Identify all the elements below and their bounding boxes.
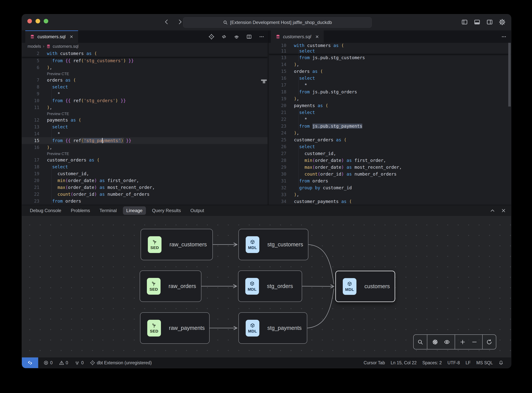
code-line-13[interactable]: 13 select [22,123,268,130]
status-item-cursor-tab[interactable]: Cursor Tab [364,360,385,365]
code-line-26[interactable]: 26 select [269,143,511,150]
code-line-10[interactable]: 10 from {{ ref('stg_orders') }} [22,97,268,104]
preview-eye-icon[interactable] [233,33,240,40]
status-item-ms-sql[interactable]: MS SQL [476,360,493,365]
eye-icon[interactable] [443,338,451,346]
remote-indicator[interactable] [22,357,38,368]
search-icon[interactable] [416,338,424,346]
code-line-34[interactable]: 34customer_payments as ( [269,198,511,205]
code-line-12[interactable]: 12payments as ( [22,117,268,123]
scrollbar-thumb[interactable] [508,43,511,107]
status-item-spaces-2[interactable]: Spaces: 2 [422,360,442,365]
toggle-sidebar-icon[interactable] [460,18,469,26]
maximize-window-button[interactable] [44,19,48,23]
refresh-icon[interactable] [485,338,494,346]
close-panel-icon[interactable] [501,208,506,213]
code-line-14[interactable]: 14 * [22,130,268,137]
code-line-18[interactable]: 18 from js.pub.stg_orders [269,88,511,95]
code-line-16[interactable]: 16), [22,144,268,151]
forward-icon[interactable] [176,18,184,26]
toggle-panel-icon[interactable] [473,18,481,26]
code-line-30[interactable]: 30 count(order_id) as number_of_orders [269,171,511,177]
code-line-21[interactable]: 21 max(order_date) as most_recent_order, [22,184,268,191]
editor-pane-compiled[interactable]: 10with customers as (11 select 13 from j… [269,43,511,205]
code-line-11[interactable]: 11 select [269,48,511,54]
code-line-19[interactable]: 19 customer_id, [22,170,268,177]
split-icon[interactable] [245,33,253,40]
lineage-node-raw_payments[interactable]: SEDraw_payments [140,312,210,344]
code-line-7[interactable]: 7orders as ( [22,77,268,84]
plus-icon[interactable] [459,338,467,346]
code-line-9[interactable]: 9 * [22,90,268,97]
code-line-5[interactable]: 5 from {{ ref('stg_customers') }} [22,57,268,64]
code-line-8[interactable]: 8 select [22,84,268,90]
tab-customers-sql[interactable]: customers.sql [25,30,78,43]
status-item-warning[interactable]: 0 [59,360,68,365]
panel-tab-output[interactable]: Output [187,206,207,215]
lineage-node-raw_orders[interactable]: SEDraw_orders [140,270,201,302]
code-line-27[interactable]: 27 customer_id, [269,150,511,157]
code-icon[interactable] [220,33,228,40]
code-line-10[interactable]: 10with customers as ( [269,43,511,48]
status-item-lf[interactable]: LF [465,360,471,365]
code-line-17[interactable]: 17 * [269,82,511,88]
panel-tab-terminal[interactable]: Terminal [96,206,120,215]
code-line-33[interactable]: 33), [269,191,511,198]
tab-customers-sql-preview[interactable]: customers.sql [271,30,324,43]
maximize-panel-icon[interactable] [490,208,495,213]
code-line-22[interactable]: 22 * [269,116,511,123]
code-line-6[interactable]: 6), [22,64,268,71]
code-line-2[interactable]: 2with customers as ( [22,50,268,57]
lineage-node-stg_customers[interactable]: MDLstg_customers [239,229,308,260]
code-lens[interactable]: Preview CTE [22,71,268,77]
code-line-25[interactable]: 25customer_orders as ( [269,136,511,143]
status-item-bell[interactable] [498,360,503,365]
code-line-20[interactable]: 20 min(order_date) as first_order, [22,177,268,184]
panel-tab-lineage[interactable]: Lineage [123,206,146,215]
breadcrumb[interactable]: models › customers.sql [22,43,268,50]
code-lens[interactable]: Preview CTE [22,111,268,117]
close-tab-icon[interactable] [69,35,73,39]
lineage-node-raw_customers[interactable]: SEDraw_customers [141,229,213,260]
code-line-19[interactable]: 19), [269,95,511,102]
settings-gear-icon[interactable] [498,18,507,26]
code-lines[interactable]: 5 from {{ ref('stg_customers') }}6),Prev… [22,57,268,205]
code-line-13[interactable]: 13 from js.pub.stg_customers [269,54,511,61]
close-tab-icon[interactable] [315,35,319,39]
code-line-23[interactable]: 23 from js.pub.stg_payments [269,123,511,130]
code-line-18[interactable]: 18 select [22,163,268,170]
code-line-31[interactable]: 31 from orders [269,177,511,184]
code-line-15[interactable]: 15 from {{ ref('stg_payments') }} [22,137,268,144]
code-line-22[interactable]: 22 count(order_id) as number_of_orders [22,191,268,198]
status-item-error[interactable]: 0 [43,360,53,365]
code-line-28[interactable]: 28 min(order_date) as first_order, [269,157,511,164]
status-item-ln-15-col-22[interactable]: Ln 15, Col 22 [391,360,417,365]
panel-tab-debug-console[interactable]: Debug Console [26,206,65,215]
code-line-32[interactable]: 32 group by customer_id [269,184,511,191]
ellipsis-icon[interactable] [258,33,265,40]
code-line-24[interactable]: 24), [269,130,511,136]
ellipsis-icon[interactable] [500,33,508,40]
code-line-23[interactable]: 23 from orders [22,198,268,205]
code-line-15[interactable]: 15orders as ( [269,68,511,75]
code-lines[interactable]: 13 from js.pub.stg_customers14),15orders… [269,54,511,205]
code-line-21[interactable]: 21 select [269,109,511,116]
lineage-canvas[interactable]: SEDraw_customersMDLstg_customersSEDraw_o… [22,216,511,357]
lineage-node-stg_orders[interactable]: MDLstg_orders [238,270,302,302]
scrollbar-marker[interactable] [261,79,267,84]
back-icon[interactable] [163,18,171,26]
code-line-20[interactable]: 20payments as ( [269,102,511,109]
breadcrumb-folder[interactable]: models [28,44,41,49]
lineage-node-customers[interactable]: MDLcustomers [335,271,395,302]
command-center-search[interactable]: [Extension Development Host] jaffle_shop… [183,17,372,28]
toggle-secondary-sidebar-icon[interactable] [485,18,494,26]
code-line-17[interactable]: 17customer_orders as ( [22,157,268,163]
status-item-ports[interactable]: 0 [75,360,84,365]
dbt-icon[interactable] [208,33,215,40]
panel-tab-query-results[interactable]: Query Results [149,206,184,215]
close-window-button[interactable] [27,19,32,23]
minus-icon[interactable] [470,338,479,346]
code-line-16[interactable]: 16 select [269,75,511,82]
minimize-window-button[interactable] [36,19,40,23]
breadcrumb-file[interactable]: customers.sql [53,44,78,49]
